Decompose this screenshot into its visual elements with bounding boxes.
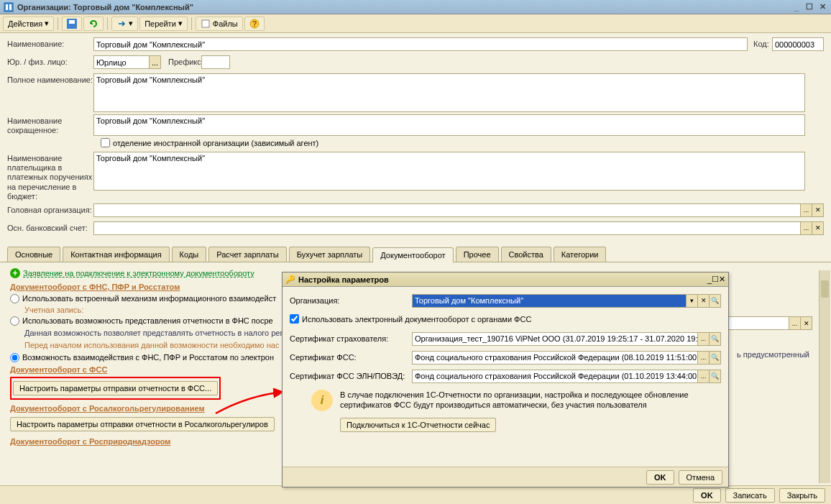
info-box: i В случае подключения 1С-Отчетности по … [290, 387, 721, 434]
info-icon: i [311, 390, 333, 411]
cert3-label: Сертификат ФСС ЭЛН/ПОВЭД: [290, 372, 412, 380]
key-icon: 🔑 [285, 275, 295, 285]
org-input[interactable]: Торговый дом "Комплексный" [412, 294, 687, 308]
bank-account-label: Осн. банковский счет: [7, 221, 93, 232]
bank-select-button[interactable]: ... [800, 221, 812, 235]
svg-rect-4 [69, 20, 75, 24]
minimize-button[interactable]: _ [791, 2, 802, 12]
person-type-value: Юрлицо [96, 58, 127, 67]
cert3-lookup-button[interactable]: 🔍 [709, 370, 721, 383]
account-input[interactable] [726, 316, 789, 330]
cert2-lookup-button[interactable]: 🔍 [709, 351, 721, 365]
toolbar: Действия▾ ▾ Перейти▾ Файлы ? [0, 14, 831, 33]
chevron-down-icon: ▾ [45, 19, 49, 28]
payer-textarea[interactable]: Торговый дом "Комплексный" [93, 152, 805, 191]
account-select-button[interactable]: ... [789, 316, 801, 330]
tab-categories[interactable]: Категории [554, 247, 607, 262]
code-label: Код: [748, 37, 772, 48]
actions-menu[interactable]: Действия▾ [3, 17, 54, 31]
head-org-select-button[interactable]: ... [800, 203, 812, 217]
cert1-input[interactable]: Организация_тест_190716 ViPNet ООО (31.0… [412, 332, 699, 346]
radio-electronic[interactable] [10, 353, 19, 362]
foreign-branch-label: отделение иностранной организации (завис… [113, 139, 318, 147]
head-org-clear-button[interactable]: ✕ [812, 203, 824, 217]
account-clear-button[interactable]: ✕ [800, 316, 812, 330]
tab-document-flow[interactable]: Документооборот [372, 247, 453, 262]
payer-label: Наименование плательщика в платежных пор… [7, 152, 93, 201]
chevron-down-icon: ▾ [178, 19, 183, 28]
tab-main[interactable]: Основные [7, 247, 60, 262]
scrollbar[interactable] [819, 270, 830, 483]
dialog-ok-button[interactable]: OK [646, 470, 674, 485]
radio-intermediary-label: Использовать возможность представления о… [22, 316, 273, 325]
bank-account-input[interactable] [93, 221, 801, 235]
svg-rect-1 [6, 4, 8, 10]
plus-icon: + [10, 268, 20, 278]
tab-contact[interactable]: Контактная информация [63, 247, 169, 262]
code-input[interactable] [772, 37, 824, 51]
separator [58, 17, 58, 30]
nav-icon-button[interactable]: ▾ [111, 17, 138, 31]
foreign-branch-checkbox[interactable] [101, 138, 110, 147]
account-field: ... ✕ [726, 316, 812, 330]
chevron-down-icon: ▾ [129, 19, 133, 28]
files-button[interactable]: Файлы [196, 17, 243, 31]
configure-rosalco-button[interactable]: Настроить параметры отправки отчетности … [10, 417, 275, 431]
cert1-lookup-button[interactable]: 🔍 [709, 332, 721, 346]
tab-other[interactable]: Прочее [456, 247, 499, 262]
shortname-label: Наименование сокращенное: [7, 114, 93, 135]
person-type-select[interactable]: Юрлицо [93, 55, 150, 69]
radio-builtin-label: Использовать встроенный механизм информа… [22, 294, 276, 303]
cert2-select-button[interactable]: ... [697, 351, 710, 365]
arrow-annotation [212, 388, 291, 417]
tab-codes[interactable]: Коды [172, 247, 207, 262]
org-clear-button[interactable]: ✕ [697, 294, 710, 308]
dialog-close-button[interactable]: ✕ [719, 275, 725, 284]
close-button[interactable]: ✕ [817, 2, 828, 12]
files-label: Файлы [213, 19, 238, 28]
prefix-input[interactable] [201, 55, 230, 69]
cert3-select-button[interactable]: ... [697, 370, 710, 383]
cert3-input[interactable]: Фонд социального страхования Российской … [412, 370, 699, 383]
fullname-textarea[interactable]: Торговый дом "Комплексный" [93, 73, 805, 112]
title-bar: Организации: Торговый дом "Комплексный" … [0, 0, 831, 14]
apply-connection-link[interactable]: Заявление на подключение к электронному … [23, 269, 254, 278]
form-area: Наименование: Код: Юр. / физ. лицо: Юрли… [0, 33, 831, 244]
truncated-hint: ь предусмотренный [737, 350, 809, 359]
radio-builtin[interactable] [10, 294, 19, 303]
shortname-textarea[interactable]: Торговый дом "Комплексный" [93, 114, 805, 136]
use-edo-checkbox[interactable] [290, 314, 299, 324]
main-close-button[interactable]: Закрыть [779, 488, 825, 503]
maximize-button[interactable]: ☐ [804, 2, 815, 12]
dialog-maximize-button[interactable]: ☐ [712, 275, 719, 284]
head-org-input[interactable] [93, 203, 801, 217]
dialog-body: Организация: Торговый дом "Комплексный" … [283, 287, 728, 439]
scrollbar-thumb[interactable] [821, 280, 829, 298]
dialog-cancel-button[interactable]: Отмена [679, 470, 722, 485]
tab-salary-acc[interactable]: Бухучет зарплаты [289, 247, 371, 262]
radio-intermediary[interactable] [10, 316, 19, 326]
connect-1c-button[interactable]: Подключиться к 1С-Отчетности сейчас [340, 418, 496, 432]
goto-menu[interactable]: Перейти▾ [139, 17, 188, 31]
bank-clear-button[interactable]: ✕ [812, 221, 824, 235]
org-dropdown-button[interactable]: ▾ [686, 294, 698, 308]
help-button[interactable]: ? [244, 17, 265, 31]
main-ok-button[interactable]: OK [693, 488, 721, 503]
name-input[interactable] [93, 37, 748, 51]
save-icon-button[interactable] [62, 17, 82, 31]
org-lookup-button[interactable]: 🔍 [709, 294, 721, 308]
refresh-icon-button[interactable] [83, 17, 104, 31]
cert2-input[interactable]: Фонд социального страхования Российской … [412, 351, 699, 365]
dialog-title-bar: 🔑 Настройка параметров _ ☐ ✕ [283, 272, 728, 287]
main-save-button[interactable]: Записать [725, 488, 775, 503]
use-edo-label: Использовать электронный документооборот… [302, 315, 531, 324]
configure-fss-button[interactable]: Настроить параметры отправки отчетности … [13, 381, 218, 395]
tab-salary-calc[interactable]: Расчет зарплаты [208, 247, 287, 262]
actions-label: Действия [8, 19, 42, 28]
tabs-row: Основные Контактная информация Коды Расч… [0, 244, 831, 262]
cert1-select-button[interactable]: ... [697, 332, 710, 346]
cert3-value: Фонд социального страхования Российской … [415, 372, 697, 380]
separator [107, 17, 108, 30]
person-select-button[interactable]: ... [149, 55, 161, 69]
tab-properties[interactable]: Свойства [501, 247, 551, 262]
